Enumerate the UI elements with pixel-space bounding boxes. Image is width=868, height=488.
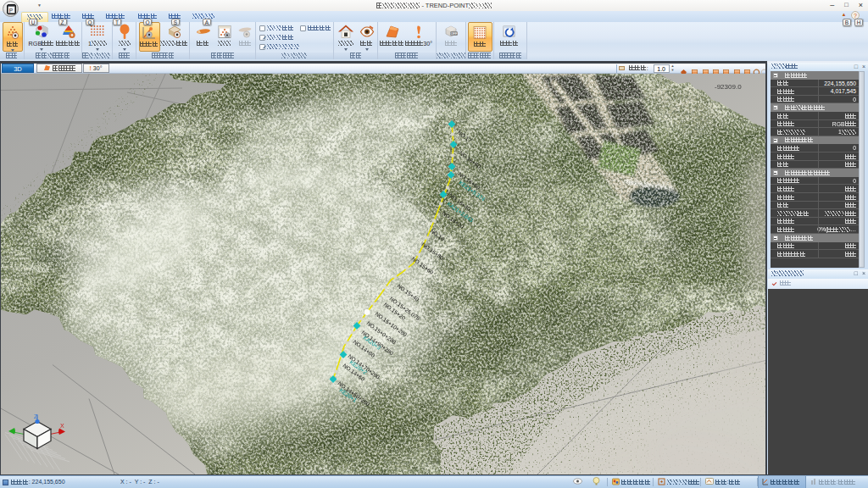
svg-text:Z: Z (34, 413, 38, 419)
svg-text:X: X (60, 422, 64, 428)
svg-text:OFF: OFF (451, 31, 459, 36)
svg-text:-92309.0: -92309.0 (715, 82, 742, 90)
